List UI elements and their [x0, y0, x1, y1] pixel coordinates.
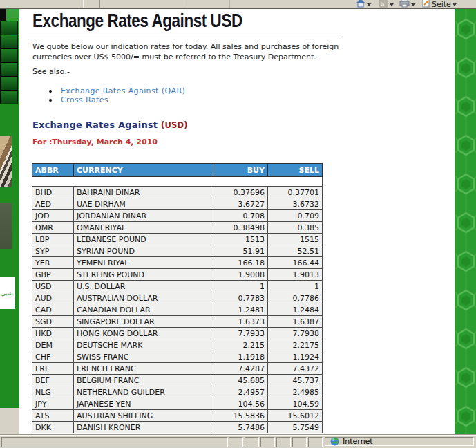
sell-cell: 1.6387 — [268, 316, 323, 328]
sell-cell: 5.7549 — [268, 422, 323, 433]
bullet-icon — [49, 99, 52, 102]
table-row: BHDBAHRAINI DINAR0.376960.37701 — [32, 187, 323, 198]
col-header-buy: BUY — [213, 164, 268, 177]
buy-cell: 7.4287 — [213, 363, 268, 375]
sell-cell: 2.4985 — [268, 386, 323, 398]
abbr-cell: OMR — [32, 222, 74, 234]
currency-cell: STERLING POUND — [74, 269, 213, 281]
chevron-down-icon[interactable] — [411, 3, 415, 6]
col-header-abbr: ABBR — [32, 164, 74, 177]
abbr-cell: JOD — [32, 210, 74, 222]
link-exchange-rates-qar[interactable]: Exchange Rates Against (QAR) — [61, 86, 185, 95]
table-row: DKKDANISH KRONER5.74865.7549 — [32, 422, 323, 433]
sell-cell: 1 — [268, 281, 323, 292]
currency-cell: AUSTRALIAN DOLLAR — [74, 292, 213, 304]
sidebar-photo-banner[interactable] — [0, 136, 12, 187]
buy-cell: 1513 — [213, 234, 268, 245]
title-divider — [28, 37, 342, 37]
table-header-row: ABBR CURRENCY BUY SELL — [32, 164, 323, 177]
abbr-cell: FRF — [32, 363, 74, 375]
sell-cell: 1.9013 — [268, 269, 323, 281]
sidebar-nav — [0, 21, 18, 104]
print-button[interactable] — [399, 0, 415, 8]
table-row: YERYEMENI RIYAL166.18166.44 — [32, 257, 323, 269]
sidebar-nav-button[interactable] — [0, 35, 18, 49]
sell-cell: 0.7786 — [268, 292, 323, 304]
status-panel — [308, 437, 323, 447]
currency-cell: SINGAPORE DOLLAR — [74, 316, 213, 328]
table-row: CADCANADIAN DOLLAR1.24811.2484 — [32, 304, 323, 316]
currency-cell: SWISS FRANC — [74, 351, 213, 363]
table-spacer-row — [32, 177, 323, 187]
sell-cell: 104.59 — [268, 398, 323, 410]
sidebar-nav-button[interactable] — [0, 62, 18, 77]
col-header-sell: SELL — [268, 164, 323, 177]
see-also-label: See also:- — [32, 67, 70, 76]
buy-cell: 0.38498 — [213, 222, 268, 234]
buy-cell: 45.685 — [213, 375, 268, 386]
sidebar-nav-button[interactable] — [0, 21, 18, 35]
page-menu-button[interactable]: Seite — [422, 0, 457, 8]
status-zone-label: Internet — [343, 437, 373, 446]
internet-globe-icon — [330, 437, 339, 446]
status-panel — [276, 437, 291, 447]
buy-cell: 2.4957 — [213, 386, 268, 398]
sidebar: شبي — [0, 9, 19, 408]
browser-window: Seite شبي Exchange Rates Against USD — [0, 0, 476, 448]
page-title: Exchange Rates Against USD — [32, 10, 295, 32]
sell-cell: 7.7938 — [268, 328, 323, 339]
currency-cell: JAPANESE YEN — [74, 398, 213, 410]
table-row: NLGNETHERLAND GUILDER2.49572.4985 — [32, 386, 323, 398]
buy-cell: 15.5836 — [213, 410, 268, 422]
abbr-cell: YER — [32, 257, 74, 269]
status-panel — [292, 437, 307, 447]
sidebar-nav-button[interactable] — [0, 48, 18, 63]
sidebar-bottom-gap — [0, 408, 19, 434]
intro-text: We quote below our indication rates for … — [32, 41, 349, 62]
chevron-down-icon[interactable] — [453, 3, 457, 6]
currency-cell: OMANI RIYAL — [74, 222, 213, 234]
table-row: HKDHONG KONG DOLLAR7.79337.7938 — [32, 328, 323, 339]
sell-cell: 3.6732 — [268, 198, 323, 210]
buy-cell: 1.6373 — [213, 316, 268, 328]
currency-cell: JORDANIAN DINAR — [74, 210, 213, 222]
currency-cell: YEMENI RIYAL — [74, 257, 213, 269]
home-button[interactable] — [356, 0, 371, 8]
tab-separator — [99, 0, 100, 8]
sidebar-nav-button[interactable] — [0, 76, 18, 91]
sell-cell: 1.1924 — [268, 351, 323, 363]
sell-cell: 1515 — [268, 234, 323, 245]
currency-cell: CANADIAN DOLLAR — [74, 304, 213, 316]
tab-separator — [187, 0, 187, 8]
chevron-down-icon[interactable] — [367, 3, 371, 6]
page-viewport: شبي Exchange Rates Against USD We quote … — [0, 9, 476, 434]
abbr-cell: AUD — [32, 292, 74, 304]
link-cross-rates[interactable]: Cross Rates — [61, 95, 108, 104]
table-row: JPYJAPANESE YEN104.56104.59 — [32, 398, 323, 410]
abbr-cell: DEM — [32, 339, 74, 351]
list-item: Cross Rates — [49, 95, 185, 104]
col-header-currency: CURRENCY — [74, 164, 213, 177]
chevron-down-icon[interactable] — [390, 3, 394, 6]
table-row: FRFFRENCH FRANC7.42877.4372 — [32, 363, 323, 375]
sell-cell: 0.709 — [268, 210, 323, 222]
sidebar-nav-button[interactable] — [0, 90, 18, 104]
currency-cell: LEBANESE POUND — [74, 234, 213, 245]
page-menu-label: Seite — [432, 0, 451, 9]
buy-cell: 166.18 — [213, 257, 268, 269]
table-row: SGDSINGAPORE DOLLAR1.63731.6387 — [32, 316, 323, 328]
buy-cell: 1 — [213, 281, 268, 292]
buy-cell: 0.37696 — [213, 187, 268, 198]
abbr-cell: JPY — [32, 398, 74, 410]
currency-cell: SYRIAN POUND — [74, 245, 213, 257]
decorative-pattern — [455, 9, 476, 434]
abbr-cell: NLG — [32, 386, 74, 398]
feeds-button[interactable] — [379, 0, 394, 8]
table-row: BEFBELGIUM FRANC45.68545.737 — [32, 375, 323, 386]
sell-cell: 15.6012 — [268, 410, 323, 422]
buy-cell: 51.91 — [213, 245, 268, 257]
table-row: GBPSTERLING POUND1.90081.9013 — [32, 269, 323, 281]
sell-cell: 52.51 — [268, 245, 323, 257]
rate-date: For :Thursday, March 4, 2010 — [32, 138, 158, 147]
buy-cell: 0.7783 — [213, 292, 268, 304]
